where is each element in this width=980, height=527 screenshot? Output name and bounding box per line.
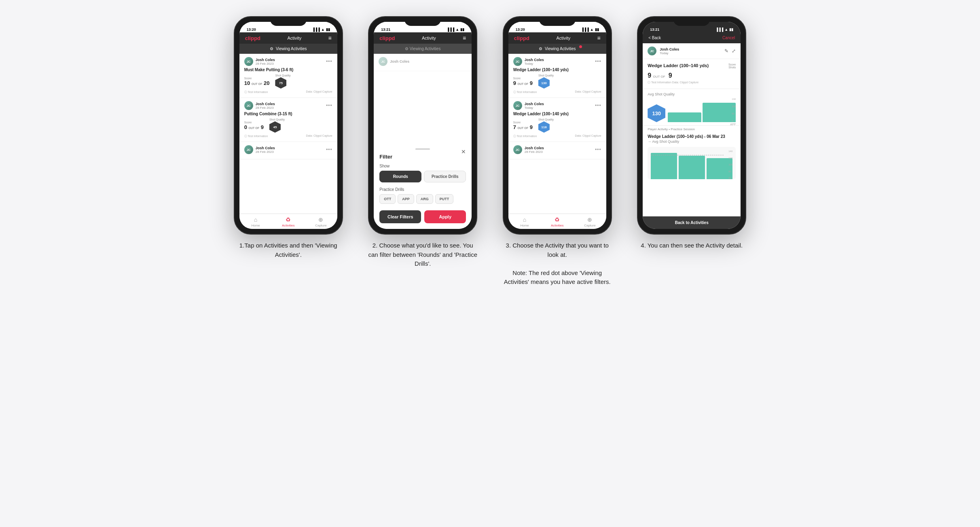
filter-small-btns-2: OTT APP ARG PUTT: [379, 194, 466, 204]
wifi-icon-4: ▲: [724, 28, 728, 32]
nav-home-1[interactable]: ⌂ Home: [239, 216, 272, 227]
dots-menu-1-2[interactable]: •••: [326, 103, 332, 108]
avatar-img-3-2: JC: [513, 101, 522, 110]
back-btn-4[interactable]: < Back: [648, 36, 661, 40]
activities-list-1: JC Josh Coles 28 Feb 2023 ••• Must Make …: [239, 54, 337, 214]
phone-notch-3: [539, 17, 576, 26]
data-source-1-1: Data: Clippd Capture: [306, 90, 332, 94]
wifi-icon-3: ▲: [590, 28, 594, 32]
clear-filters-btn-2[interactable]: Clear Filters: [379, 210, 421, 223]
logo-3: clippd: [514, 35, 529, 41]
score-value-1-2: 0 OUT OF 9: [244, 124, 264, 130]
capture-icon-1: ⊕: [318, 216, 323, 223]
nav-capture-label-3: Capture: [584, 224, 595, 227]
activity-item-3-1[interactable]: JC Josh Coles Today ••• Wedge Ladder (10…: [508, 54, 606, 98]
big-chart-y-labels-4: 140 120 100 80 60: [728, 150, 732, 179]
activity-header-1-1: JC Josh Coles 28 Feb 2023 •••: [244, 57, 332, 66]
detail-score-group-4: 9 OUT OF: [648, 72, 665, 79]
phone-screen-2: 13:21 ▐▐▐ ▲ ▮▮ clippd Activity ≡ ⚙ Viewi…: [374, 22, 472, 229]
detail-card-header-4: Wedge Ladder (100–140 yds) Score Shots: [648, 63, 736, 70]
shots-label-4: Shots: [728, 66, 736, 69]
detail-card-4: Wedge Ladder (100–140 yds) Score Shots 9: [643, 59, 741, 89]
chart-labels-4: 130 100 50 0: [732, 98, 736, 122]
nav-home-label-3: Home: [520, 224, 529, 227]
bg-viewing-label-2: ⚙ Viewing Activities: [405, 47, 440, 51]
screen-content-4: JC Josh Coles Today ✎ ⤢: [643, 43, 741, 229]
detail-card-left-4: Wedge Ladder (100–140 yds): [648, 63, 709, 70]
phone-frame-2: 13:21 ▐▐▐ ▲ ▮▮ clippd Activity ≡ ⚙ Viewi…: [368, 16, 477, 235]
avatar-3-1: JC: [513, 57, 522, 66]
score-value-1-1: 10 OUT OF 20: [244, 80, 270, 86]
menu-icon-3[interactable]: ≡: [597, 35, 601, 41]
bg-viewing-bar-2: ⚙ Viewing Activities: [374, 44, 472, 54]
filter-close-btn-2[interactable]: ✕: [461, 148, 466, 155]
app-btn-2[interactable]: APP: [398, 194, 414, 204]
user-date-1-3: 28 Feb 2023: [256, 150, 275, 154]
apply-btn-2[interactable]: Apply: [424, 210, 466, 223]
viewing-activities-bar-1[interactable]: ⚙ Viewing Activities: [239, 44, 337, 54]
avatar-1-3: JC: [244, 145, 253, 154]
red-dot-3: [579, 45, 582, 48]
edit-icon-4[interactable]: ✎: [724, 48, 728, 54]
avatar-img-3-1: JC: [513, 57, 522, 66]
phone-notch-4: [673, 17, 710, 26]
caption-4: 4. You can then see the Activity detail.: [641, 241, 743, 250]
activity-user-1-2: JC Josh Coles 28 Feb 2023: [244, 101, 275, 110]
activities-list-3: JC Josh Coles Today ••• Wedge Ladder (10…: [508, 54, 606, 214]
stats-row-3-2: Score 7 OUT OF 9 Shot Quality 118: [513, 118, 601, 133]
user-info-1-3: Josh Coles 28 Feb 2023: [256, 146, 275, 154]
sq-badge-1-1: 75: [275, 77, 286, 89]
nav-capture-3[interactable]: ⊕ Capture: [574, 216, 606, 227]
battery-icon-2: ▮▮: [460, 28, 464, 32]
bg-avatar-2: JC: [379, 57, 387, 66]
back-to-activities-btn-4[interactable]: Back to Activities: [643, 216, 741, 229]
battery-icon-1: ▮▮: [326, 28, 330, 32]
activity-item-3-2[interactable]: JC Josh Coles Today ••• Wedge Ladder (10…: [508, 98, 606, 142]
menu-icon-1[interactable]: ≡: [328, 35, 332, 41]
dots-menu-1-3[interactable]: •••: [326, 147, 332, 152]
detail-score-value-4: 9: [648, 72, 651, 79]
expand-icon-4[interactable]: ⤢: [732, 48, 736, 54]
filter-icon-1: ⚙: [270, 47, 273, 51]
stat-group-score-1-2: Score 0 OUT OF 9: [244, 121, 264, 130]
dots-menu-3-3[interactable]: •••: [595, 147, 601, 152]
nav-activities-3[interactable]: ♻ Activities: [541, 216, 574, 227]
avatar-img-1-3: JC: [244, 145, 253, 154]
stat-group-3-2: Score 7 OUT OF 9: [513, 121, 533, 130]
user-name-1-1: Josh Coles: [256, 58, 275, 62]
practice-drills-btn-2[interactable]: Practice Drills: [424, 171, 466, 182]
sq-label-1-1: Shot Quality: [275, 74, 290, 77]
putt-btn-2[interactable]: PUTT: [435, 194, 454, 204]
rounds-btn-2[interactable]: Rounds: [379, 171, 421, 182]
caption-2: 2. Choose what you'd like to see. You ca…: [368, 241, 477, 269]
score-value-3-1: 9 OUT OF 9: [513, 80, 533, 86]
y-label-140: 140: [728, 150, 732, 152]
ott-btn-2[interactable]: OTT: [379, 194, 396, 204]
dots-menu-3-2[interactable]: •••: [595, 103, 601, 108]
phone-column-3: 13:20 ▐▐▐ ▲ ▮▮ clippd Activity ≡ ⚙ Viewi…: [496, 16, 619, 287]
chart-section-4: Avg Shot Quality 130 130: [643, 89, 741, 126]
cancel-btn-4[interactable]: Cancel: [722, 36, 735, 40]
sq-label-3-2: Shot Quality: [538, 118, 554, 121]
phone-frame-1: 13:20 ▐▐▐ ▲ ▮▮ clippd Activity ≡ ⚙ Viewi…: [234, 16, 343, 235]
dots-menu-3-1[interactable]: •••: [595, 59, 601, 64]
activity-user-3-3: JC Josh Coles 28 Feb 2023: [513, 145, 544, 154]
chart-area-4: 130 130 100 50: [648, 98, 736, 122]
session-title-4: Wedge Ladder (100–140 yds) - 06 Mar 23: [643, 133, 741, 140]
status-time-1: 13:20: [247, 28, 256, 32]
nav-activities-1[interactable]: ♻ Activities: [272, 216, 305, 227]
chart-y-0: 0: [732, 120, 736, 122]
dots-menu-1-1[interactable]: •••: [326, 59, 332, 64]
score-label-4: Score: [728, 63, 736, 66]
menu-icon-2[interactable]: ≡: [463, 35, 466, 41]
activity-title-3-2: Wedge Ladder (100–140 yds): [513, 112, 601, 116]
activity-item-1-2: JC Josh Coles 28 Feb 2023 ••• Putting Co…: [239, 98, 337, 142]
nav-home-3[interactable]: ⌂ Home: [508, 216, 541, 227]
arg-btn-2[interactable]: ARG: [416, 194, 433, 204]
detail-scroll-4: JC Josh Coles Today ✎ ⤢: [643, 43, 741, 216]
nav-capture-1[interactable]: ⊕ Capture: [305, 216, 337, 227]
detail-info-text-4: Test Information: [651, 81, 671, 84]
avatar-1-1: JC: [244, 57, 253, 66]
viewing-activities-bar-3[interactable]: ⚙ Viewing Activities: [508, 44, 606, 54]
nav-capture-label-1: Capture: [315, 224, 326, 227]
